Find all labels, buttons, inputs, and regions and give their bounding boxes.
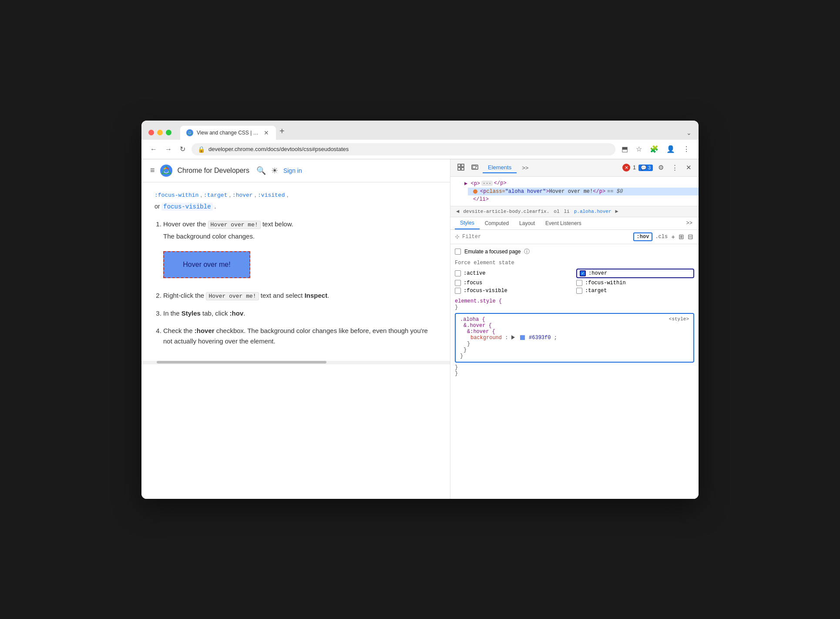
or-text: or [155, 203, 161, 210]
refresh-button[interactable]: ↻ [178, 143, 187, 155]
css-close-1: } [467, 341, 470, 347]
dom-close-tag: </p> [494, 180, 507, 186]
target-link[interactable]: :target [204, 192, 228, 198]
hover-code-2: Hover over me! [206, 292, 259, 300]
state-hover-label: :hover [588, 270, 607, 276]
dom-equals: == $0 [607, 188, 623, 195]
address-bar: ← → ↻ 🔒 developer.chrome.com/docs/devtoo… [141, 140, 699, 159]
styles-tab-more[interactable]: >> [685, 218, 694, 229]
devtools-more-button[interactable]: ⋮ [669, 162, 681, 173]
focus-within-link[interactable]: :focus-within [155, 192, 198, 198]
maximize-button[interactable] [166, 130, 171, 135]
dom-ellipsis: ··· [481, 181, 493, 186]
styles-tab-layout[interactable]: Layout [514, 218, 540, 229]
breadcrumb-left-arrow[interactable]: ◀ [455, 208, 460, 215]
back-button[interactable]: ← [148, 144, 159, 155]
device-toggle-button[interactable] [469, 162, 481, 174]
breadcrumb-bar: ◀ devsite-article-body.clearfix. ol li p… [450, 206, 699, 217]
state-hover-checkbox[interactable] [580, 270, 586, 276]
tab-expand-icon[interactable]: ⌄ [686, 129, 692, 140]
page-content: ≡ Chrome for Developers 🔍 ☀ Sign in [141, 159, 450, 499]
state-focus-checkbox[interactable] [455, 280, 461, 286]
theme-toggle-icon[interactable]: ☀ [271, 166, 278, 175]
hover-bold: :hover [195, 327, 215, 334]
menu-icon[interactable]: ⋮ [681, 143, 692, 155]
styles-tabs: Styles Computed Layout Event Listeners >… [450, 217, 699, 230]
address-actions: ⬒ ☆ 🧩 👤 ⋮ [620, 143, 692, 155]
styles-tab-event-listeners[interactable]: Event Listeners [540, 218, 587, 229]
elements-tab[interactable]: Elements [483, 162, 517, 173]
state-hover: :hover [576, 269, 694, 278]
svg-rect-6 [458, 164, 460, 167]
list-item: Hover over the Hover over me! text below… [163, 219, 437, 283]
or-focus-visible: or focus-visible . [155, 202, 437, 212]
breadcrumb-item-4[interactable]: p.aloha.hover [572, 208, 613, 215]
step-3-text: In the Styles tab, click :hov. [163, 308, 437, 319]
svg-rect-7 [461, 164, 464, 167]
cast-icon[interactable]: ⬒ [620, 143, 630, 155]
hover-demo-area: Hover over me! [163, 246, 437, 283]
emulate-checkbox[interactable] [455, 249, 461, 255]
new-tab-button[interactable]: + [276, 126, 288, 140]
hover-link[interactable]: :hover [232, 192, 253, 198]
tabs-area: View and change CSS | Chr… ✕ + ⌄ [180, 126, 692, 140]
settings-button[interactable]: ⚙ [655, 162, 666, 173]
inspect-bold: Inspect [305, 292, 328, 299]
breadcrumb-item-3[interactable]: li [562, 208, 571, 215]
inspect-element-button[interactable] [455, 162, 467, 174]
dom-text: Hover over me! [549, 188, 593, 195]
breadcrumb-right-arrow[interactable]: ▶ [614, 208, 620, 215]
dom-line-li-close[interactable]: </li> [468, 195, 699, 203]
state-target-checkbox[interactable] [576, 288, 582, 294]
computed-sidebar-button[interactable]: ⊟ [687, 232, 694, 242]
css-hover-selector: &.hover { [464, 323, 492, 329]
dom-p-end: </p> [593, 188, 605, 195]
hamburger-icon[interactable]: ≡ [150, 166, 155, 175]
extensions-icon[interactable]: 🧩 [648, 143, 660, 155]
breadcrumb-item-1[interactable]: devsite-article-body.clearfix. [461, 208, 551, 215]
add-style-rule-button[interactable]: + [670, 232, 676, 241]
help-icon[interactable]: ⓘ [524, 248, 530, 256]
tab-close-button[interactable]: ✕ [263, 129, 270, 136]
main-content: ≡ Chrome for Developers 🔍 ☀ Sign in [141, 159, 699, 499]
filter-input[interactable] [462, 234, 631, 240]
devtools-tabs: Elements >> [483, 162, 534, 173]
styles-tab-styles[interactable]: Styles [455, 217, 480, 229]
search-icon[interactable]: 🔍 [256, 166, 266, 175]
style-source[interactable]: <style> [669, 316, 689, 322]
browser-tab[interactable]: View and change CSS | Chr… ✕ [180, 126, 276, 140]
minimize-button[interactable] [157, 130, 163, 135]
sign-in-button[interactable]: Sign in [283, 167, 302, 174]
horizontal-scrollbar[interactable] [141, 361, 450, 364]
devtools-close-button[interactable]: ✕ [683, 162, 694, 173]
new-style-rule-button[interactable]: ⊞ [678, 232, 685, 242]
color-triangle[interactable] [511, 335, 515, 340]
css-rule-content: .aloha { &.hover { &:hover { background … [460, 316, 689, 359]
state-focus-within-checkbox[interactable] [576, 280, 582, 286]
element-style-selector: element.style { [455, 298, 502, 304]
color-swatch[interactable] [520, 335, 525, 340]
state-active-checkbox[interactable] [455, 270, 461, 276]
close-button[interactable] [148, 130, 154, 135]
filter-icons-right: + ⊞ ⊟ [670, 232, 694, 242]
visited-link[interactable]: :visited [258, 192, 285, 198]
background-property: background [470, 335, 502, 341]
css-background-prop: background : #6393f0 ; [470, 335, 557, 341]
hov-badge[interactable]: :hov [633, 232, 653, 241]
breadcrumb-item-2[interactable]: ol [552, 208, 561, 215]
hover-button[interactable]: Hover over me! [163, 251, 250, 278]
dom-line-selected[interactable]: <p class= "aloha hover" > Hover over me!… [468, 188, 699, 195]
title-bar: View and change CSS | Chr… ✕ + ⌄ [141, 121, 699, 140]
dom-line-p-ellipsis[interactable]: ▶ <p> ··· </p> [459, 179, 699, 188]
address-input[interactable]: 🔒 developer.chrome.com/docs/devtools/css… [192, 143, 615, 155]
more-tabs-button[interactable]: >> [517, 163, 534, 173]
forward-button[interactable]: → [163, 144, 174, 155]
aloha-css-rule: <style> .aloha { &.hover { &:hover { bac… [455, 313, 694, 363]
bookmark-icon[interactable]: ☆ [634, 143, 644, 155]
article-steps: Hover over the Hover over me! text below… [155, 219, 437, 347]
styles-tab-computed[interactable]: Computed [480, 218, 514, 229]
cls-text[interactable]: .cls [655, 234, 668, 240]
profile-icon[interactable]: 👤 [665, 143, 677, 155]
state-focus-visible-checkbox[interactable] [455, 288, 461, 294]
svg-rect-9 [461, 168, 464, 170]
